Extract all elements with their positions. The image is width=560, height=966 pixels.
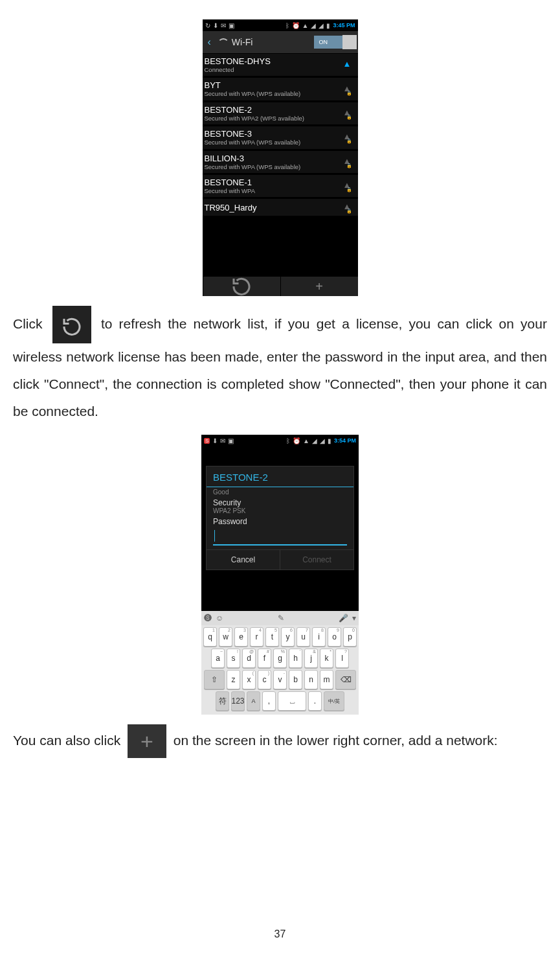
signal-icon: ◢ xyxy=(319,22,324,29)
kb-space-key[interactable]: ⎵ xyxy=(278,691,306,711)
refresh-icon-inline xyxy=(52,306,91,343)
wifi-signal-icon: 🔒 xyxy=(342,180,353,192)
kb-key-i[interactable]: i8 xyxy=(312,627,326,647)
wifi-header-icon xyxy=(218,37,228,47)
wifi-icon: ▲ xyxy=(302,22,309,29)
kb-shift-key[interactable]: ⇧ xyxy=(204,670,225,689)
kb-key-m[interactable]: m xyxy=(320,670,333,689)
dialog-buttons: Cancel Connect xyxy=(207,549,353,569)
kb-key-k[interactable]: k* xyxy=(320,649,333,668)
keyboard-toolbar: 🅢 ☺ ✎ 🎤 ▾ xyxy=(201,611,359,625)
sync-icon: ↻ xyxy=(205,22,210,29)
kb-key-b[interactable]: b xyxy=(289,670,302,689)
network-item[interactable]: BYTSecured with WPA (WPS available)🔒 xyxy=(203,78,358,102)
wifi-signal-icon: 🔒 xyxy=(342,132,353,143)
kb-key-n[interactable]: n xyxy=(304,670,318,689)
back-icon[interactable]: ‹ xyxy=(205,36,214,48)
battery-icon: ▮ xyxy=(328,437,331,444)
kb-key-o[interactable]: o9 xyxy=(328,627,341,647)
paragraph-1-body: to refresh the network list, if you get … xyxy=(13,316,547,419)
s-icon: S xyxy=(204,438,210,444)
plus-icon-inline: + xyxy=(128,724,166,758)
wifi-toggle[interactable]: ON xyxy=(314,36,355,49)
keyboard-row-1: q1w2e3r4t5y6u7i8o9p0 xyxy=(203,627,357,647)
kb-key-y[interactable]: y6 xyxy=(281,627,295,647)
kb-key-d[interactable]: d@ xyxy=(242,649,256,668)
kb-edit-icon[interactable]: ✎ xyxy=(278,614,284,623)
download-icon: ⬇ xyxy=(213,22,218,29)
kb-mic-icon[interactable]: 🎤 xyxy=(339,614,348,623)
kb-key-h[interactable]: h' xyxy=(289,649,302,668)
wifi-header: ‹ Wi-Fi ON xyxy=(203,31,358,54)
signal-icon: ◢ xyxy=(320,437,325,444)
kb-comma-key[interactable]: , xyxy=(262,691,276,711)
keyboard-row-4: 符 123 A , ⎵ . 中/英 xyxy=(203,691,357,711)
network-name: BESTONE-DHYS xyxy=(205,56,342,66)
alarm-icon: ⏰ xyxy=(293,437,300,444)
network-item[interactable]: BESTONE-1Secured with WPA🔒 xyxy=(203,175,358,199)
network-item[interactable]: BILLION-3Secured with WPA (WPS available… xyxy=(203,151,358,175)
paragraph-2-prefix: You can also click xyxy=(13,733,120,748)
network-item[interactable]: BESTONE-3Secured with WPA (WPS available… xyxy=(203,126,358,150)
kb-emoji-icon[interactable]: ☺ xyxy=(216,614,223,623)
network-item[interactable]: BESTONE-DHYSConnected xyxy=(203,54,358,78)
cursor-icon xyxy=(214,530,215,542)
refresh-button[interactable] xyxy=(203,277,280,296)
kb-key-t[interactable]: t5 xyxy=(265,627,279,647)
kb-period-key[interactable]: . xyxy=(308,691,322,711)
password-row: Password xyxy=(207,516,353,527)
add-network-button[interactable]: + xyxy=(280,277,358,296)
kb-key-s[interactable]: s! xyxy=(227,649,240,668)
kb-hide-icon[interactable]: ▾ xyxy=(352,614,356,623)
kb-key-r[interactable]: r4 xyxy=(250,627,263,647)
network-item[interactable]: TR950_HardySecured with WPA🔒 xyxy=(203,199,358,218)
network-name: BESTONE-3 xyxy=(205,129,342,139)
network-list: BESTONE-DHYSConnectedBYTSecured with WPA… xyxy=(203,54,358,218)
wifi-signal-icon xyxy=(342,59,353,71)
kb-key-q[interactable]: q1 xyxy=(203,627,217,647)
network-name: BILLION-3 xyxy=(205,154,342,163)
network-name: TR950_Hardy xyxy=(205,203,342,213)
kb-logo-icon[interactable]: 🅢 xyxy=(204,614,212,623)
kb-key-f[interactable]: f# xyxy=(258,649,271,668)
kb-key-x[interactable]: x( xyxy=(242,670,256,689)
connect-button[interactable]: Connect xyxy=(280,550,353,569)
wifi-list-screenshot: ↻ ⬇ ✉ ▣ ᛒ ⏰ ▲ ◢ ◢ ▮ 3:45 PM ‹ Wi-Fi ON B… xyxy=(203,19,358,296)
kb-key-l[interactable]: l? xyxy=(335,649,349,668)
network-subtext: Secured with WPA (WPS available) xyxy=(205,90,342,97)
bluetooth-icon: ᛒ xyxy=(286,437,290,444)
kb-sym-key[interactable]: 符 xyxy=(216,691,229,711)
lock-icon: 🔒 xyxy=(346,163,352,168)
kb-key-u[interactable]: u7 xyxy=(297,627,310,647)
kb-alt-key[interactable]: 中/英 xyxy=(324,691,344,711)
status-bar: ↻ ⬇ ✉ ▣ ᛒ ⏰ ▲ ◢ ◢ ▮ 3:45 PM xyxy=(203,19,358,31)
kb-key-v[interactable]: v- xyxy=(273,670,287,689)
lock-icon: 🔒 xyxy=(346,91,352,96)
kb-key-a[interactable]: a~ xyxy=(211,649,225,668)
status-time: 3:45 PM xyxy=(333,22,355,29)
network-subtext: Secured with WPA (WPS available) xyxy=(205,163,342,170)
kb-key-g[interactable]: g% xyxy=(273,649,287,668)
sms-icon: ✉ xyxy=(221,22,226,29)
kb-num-key[interactable]: 123 xyxy=(231,691,245,711)
password-input[interactable] xyxy=(213,529,347,546)
cancel-button[interactable]: Cancel xyxy=(207,550,280,569)
kb-key-j[interactable]: j& xyxy=(304,649,318,668)
kb-key-c[interactable]: c) xyxy=(258,670,271,689)
wifi-signal-icon: 🔒 xyxy=(342,201,353,213)
download-icon: ⬇ xyxy=(212,437,218,444)
kb-key-z[interactable]: z xyxy=(227,670,240,689)
kb-key-e[interactable]: e3 xyxy=(234,627,248,647)
kb-delete-key[interactable]: ⌫ xyxy=(335,670,356,689)
kb-key-w[interactable]: w2 xyxy=(219,627,232,647)
lock-icon: 🔒 xyxy=(346,115,352,120)
bottom-bar: + xyxy=(203,277,358,296)
network-subtext: Secured with WPA (WPS available) xyxy=(205,139,342,146)
wifi-dialog: BESTONE-2 Good Security WPA2 PSK Passwor… xyxy=(201,446,359,592)
keyboard: 🅢 ☺ ✎ 🎤 ▾ q1w2e3r4t5y6u7i8o9p0 a~s!d@f#g… xyxy=(201,611,359,715)
kb-lang-key[interactable]: A xyxy=(247,691,260,711)
lock-icon: 🔒 xyxy=(346,139,352,144)
wifi-icon: ▲ xyxy=(303,437,309,444)
network-item[interactable]: BESTONE-2Secured with WPA2 (WPS availabl… xyxy=(203,102,358,126)
kb-key-p[interactable]: p0 xyxy=(343,627,357,647)
